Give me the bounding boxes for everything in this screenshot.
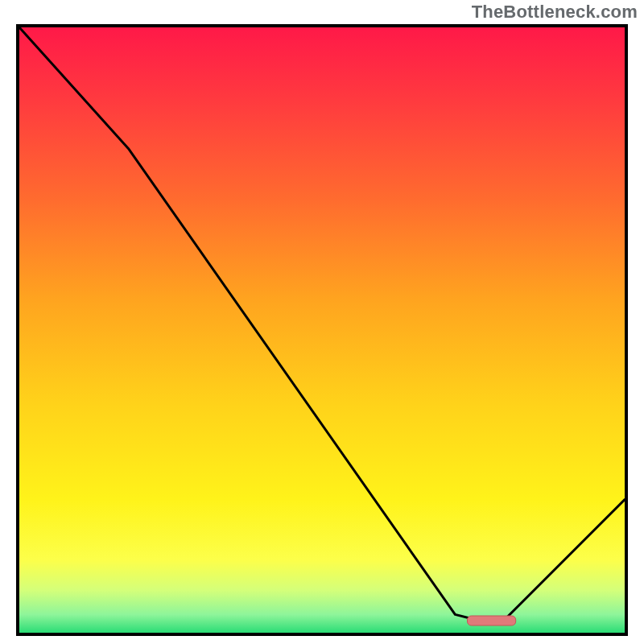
plot-svg (19, 27, 625, 633)
watermark-text: TheBottleneck.com (472, 2, 638, 23)
optimal-marker (468, 616, 516, 625)
gradient-background (19, 27, 625, 633)
chart-container: TheBottleneck.com (0, 0, 644, 644)
plot-frame (16, 24, 628, 636)
